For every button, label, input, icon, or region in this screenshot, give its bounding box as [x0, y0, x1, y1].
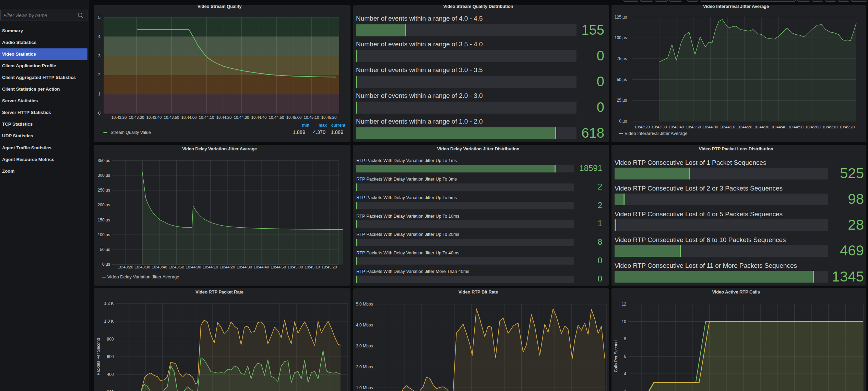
svg-text:6: 6 [624, 354, 626, 359]
svg-text:0: 0 [598, 256, 602, 265]
svg-text:1.889: 1.889 [293, 129, 305, 135]
svg-text:RTP Packets With Delay Variati: RTP Packets With Delay Variation Jitter … [356, 176, 457, 182]
svg-text:0: 0 [597, 48, 604, 63]
svg-text:Number of events within a rang: Number of events within a range of 3.5 -… [356, 41, 483, 48]
svg-text:Video RTP Consecutive Lost of: Video RTP Consecutive Lost of 2 or 3 Pac… [615, 185, 783, 192]
svg-text:10:44:20: 10:44:20 [737, 125, 752, 129]
svg-text:10:45:10: 10:45:10 [304, 115, 319, 119]
svg-text:1.2 K: 1.2 K [104, 301, 114, 306]
svg-text:100 µs: 100 µs [615, 35, 627, 40]
svg-text:RTP Packets With Delay Variati: RTP Packets With Delay Variation Jitter … [356, 214, 460, 219]
svg-text:10:44:00: 10:44:00 [703, 125, 718, 129]
svg-text:10:44:50: 10:44:50 [271, 265, 286, 269]
svg-text:Calls Per Second: Calls Per Second [614, 341, 618, 372]
svg-text:50 µs: 50 µs [617, 77, 627, 82]
svg-text:469: 469 [840, 242, 864, 258]
svg-text:1: 1 [98, 92, 100, 96]
svg-text:10:43:20: 10:43:20 [118, 265, 133, 269]
svg-text:10:43:20: 10:43:20 [111, 115, 127, 119]
svg-text:RTP Packets With Delay Variati: RTP Packets With Delay Variation Jitter … [356, 232, 460, 237]
svg-text:525: 525 [840, 165, 864, 181]
svg-text:250 µs: 250 µs [98, 188, 110, 193]
svg-text:Number of events within a rang: Number of events within a range of 4.0 -… [356, 15, 483, 22]
svg-text:100 µs: 100 µs [98, 232, 110, 237]
svg-text:200 µs: 200 µs [98, 203, 110, 207]
svg-text:10:45:20: 10:45:20 [839, 125, 855, 129]
svg-text:min: min [302, 123, 309, 128]
svg-text:10:43:30: 10:43:30 [652, 125, 667, 129]
svg-text:2: 2 [598, 200, 602, 210]
svg-text:10:44:10: 10:44:10 [203, 265, 218, 269]
svg-text:3: 3 [98, 54, 100, 58]
svg-text:10:44:00: 10:44:00 [186, 265, 201, 269]
svg-text:Stream Quality Value: Stream Quality Value [111, 130, 151, 135]
svg-text:Number of events within a rang: Number of events within a range of 3.0 -… [356, 66, 483, 73]
svg-text:98: 98 [848, 191, 864, 207]
svg-text:0: 0 [98, 111, 100, 116]
svg-text:50 µs: 50 µs [100, 247, 110, 252]
svg-text:1345: 1345 [832, 268, 864, 285]
svg-text:10:44:40: 10:44:40 [254, 265, 269, 269]
svg-text:current: current [331, 123, 345, 128]
svg-text:2.0 Mbps: 2.0 Mbps [356, 365, 373, 369]
svg-text:350 µs: 350 µs [98, 158, 110, 163]
svg-text:10:44:20: 10:44:20 [220, 265, 235, 269]
svg-text:0: 0 [597, 100, 604, 115]
svg-text:18591: 18591 [579, 163, 602, 173]
svg-text:150 µs: 150 µs [98, 218, 110, 222]
svg-text:Video RTP Consecutive Lost of: Video RTP Consecutive Lost of 11 or More… [615, 262, 797, 269]
svg-text:12: 12 [622, 302, 627, 307]
svg-text:25 µs: 25 µs [617, 98, 627, 103]
svg-text:1.0 Mbps: 1.0 Mbps [356, 386, 373, 390]
svg-text:Video RTP Consecutive Lost of: Video RTP Consecutive Lost of 4 or 5 Pac… [615, 210, 783, 218]
svg-text:800: 800 [107, 337, 114, 342]
svg-text:4.370: 4.370 [313, 129, 325, 135]
svg-text:10:44:40: 10:44:40 [251, 115, 267, 119]
svg-text:Video Delay Variation Jitter A: Video Delay Variation Jitter Average [107, 274, 179, 279]
svg-text:600: 600 [107, 354, 114, 359]
svg-text:8: 8 [624, 336, 626, 341]
svg-text:4: 4 [98, 34, 100, 39]
svg-text:RTP Packets With Delay Variati: RTP Packets With Delay Variation Jitter … [356, 269, 469, 274]
svg-text:75 µs: 75 µs [617, 56, 627, 61]
svg-text:10:44:30: 10:44:30 [237, 265, 252, 269]
svg-text:5.0 Mbps: 5.0 Mbps [356, 302, 373, 307]
svg-text:1.889: 1.889 [331, 129, 343, 135]
svg-text:10:44:50: 10:44:50 [269, 115, 284, 119]
svg-text:10:43:50: 10:43:50 [164, 115, 179, 119]
svg-text:8: 8 [598, 237, 602, 246]
svg-text:10:44:50: 10:44:50 [788, 125, 804, 129]
svg-text:2: 2 [598, 182, 602, 191]
svg-text:4: 4 [624, 371, 626, 376]
svg-text:10:45:10: 10:45:10 [822, 125, 838, 129]
svg-text:1.0 K: 1.0 K [104, 319, 114, 324]
svg-text:RTP Packets With Delay Variati: RTP Packets With Delay Variation Jitter … [356, 195, 457, 200]
svg-text:10:43:50: 10:43:50 [686, 125, 701, 129]
svg-text:10:44:30: 10:44:30 [234, 115, 249, 119]
svg-text:10:43:40: 10:43:40 [668, 125, 684, 129]
svg-text:10:44:10: 10:44:10 [720, 125, 735, 129]
svg-text:0: 0 [597, 74, 604, 89]
svg-text:Video Interarrival Jitter Aver: Video Interarrival Jitter Average [625, 131, 688, 136]
svg-text:2: 2 [624, 389, 626, 391]
svg-text:3.0 Mbps: 3.0 Mbps [356, 344, 373, 348]
svg-text:10:45:20: 10:45:20 [322, 265, 337, 269]
svg-text:0 µs: 0 µs [619, 119, 627, 124]
svg-text:10:44:40: 10:44:40 [771, 125, 786, 129]
svg-text:10: 10 [622, 319, 627, 324]
svg-text:0 µs: 0 µs [102, 262, 110, 267]
svg-text:10:44:20: 10:44:20 [216, 115, 232, 119]
svg-text:2: 2 [98, 72, 100, 77]
svg-text:1: 1 [598, 219, 602, 228]
svg-text:10:43:30: 10:43:30 [129, 115, 144, 119]
svg-text:155: 155 [581, 22, 604, 37]
svg-text:10:43:40: 10:43:40 [152, 265, 167, 269]
svg-text:125 µs: 125 µs [615, 15, 627, 20]
svg-text:618: 618 [581, 125, 604, 140]
svg-text:max: max [319, 123, 327, 128]
svg-text:5: 5 [98, 15, 100, 20]
svg-text:0: 0 [598, 274, 602, 283]
svg-text:10:45:00: 10:45:00 [286, 115, 302, 119]
svg-text:Video RTP Consecutive Lost of: Video RTP Consecutive Lost of 6 to 10 Pa… [615, 236, 786, 243]
svg-text:10:44:30: 10:44:30 [754, 125, 769, 129]
